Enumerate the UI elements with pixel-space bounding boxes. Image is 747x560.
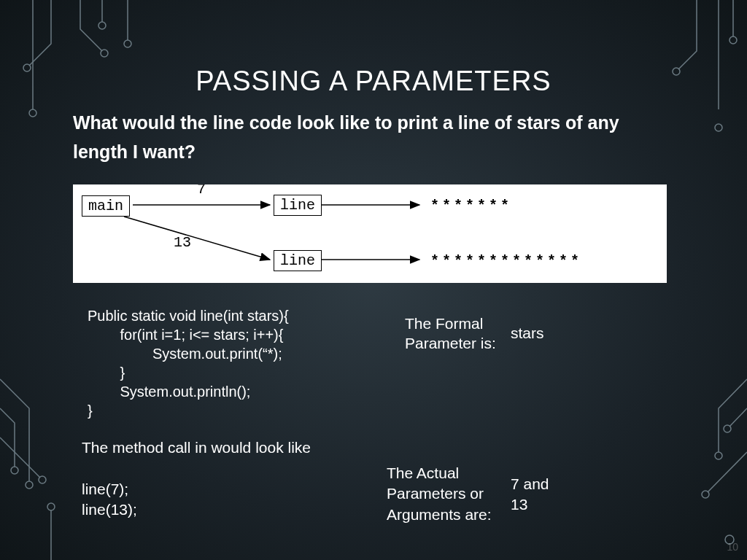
svg-point-9 (11, 467, 18, 474)
svg-point-10 (39, 476, 46, 483)
formal-param-value: stars (511, 324, 544, 342)
diagram-arrows (73, 184, 667, 283)
slide-question: What would the line code look like to pr… (0, 97, 747, 166)
actual-param-value: 7 and 13 (511, 474, 549, 516)
flow-diagram: main 7 13 line line ******* ************… (73, 184, 667, 283)
svg-point-14 (702, 491, 709, 498)
svg-point-12 (715, 452, 722, 459)
svg-point-13 (724, 425, 731, 432)
code-block: Public static void line(int stars){ for(… (88, 306, 289, 420)
svg-point-11 (47, 503, 55, 510)
actual-param-label: The Actual Parameters or Arguments are: (387, 463, 492, 525)
formal-param-label: The Formal Parameter is: (405, 314, 496, 354)
slide-title: PASSING A PARAMETERS (0, 0, 747, 97)
page-number: 10 (727, 541, 738, 553)
method-call-text: The method call in would look like line(… (82, 438, 311, 520)
svg-line-17 (124, 217, 270, 260)
svg-point-8 (26, 481, 33, 489)
